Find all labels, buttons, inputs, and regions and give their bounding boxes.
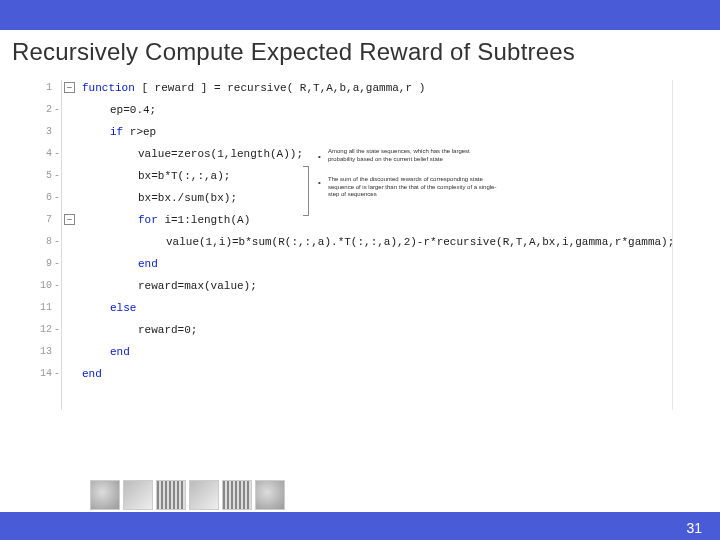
modified-line-marker: -	[54, 258, 60, 269]
line-number: 3	[28, 126, 52, 137]
code-line: value(1,i)=b*sum(R(:,:,a).*T(:,:,a),2)-r…	[166, 236, 674, 248]
code-screenshot: 12-34-5-6-78-9-10-1112-1314- − − functio…	[28, 80, 668, 410]
code-line: bx=b*T(:,:,a);	[138, 170, 230, 182]
keyword: for	[138, 214, 158, 226]
annotation-text: The sum of the discounted rewards of cor…	[328, 176, 498, 199]
keyword: else	[110, 302, 136, 314]
code-line: if r>ep	[110, 126, 156, 138]
line-number: 11	[28, 302, 52, 313]
keyword: function	[82, 82, 135, 94]
keyword: end	[138, 258, 158, 270]
brace-annotation-icon	[303, 166, 309, 216]
line-number: 1	[28, 82, 52, 93]
line-number: 6	[28, 192, 52, 203]
bullet-icon: •	[318, 178, 321, 187]
code-line: end	[110, 346, 130, 358]
line-number: 4	[28, 148, 52, 159]
keyword: end	[82, 368, 102, 380]
line-number: 8	[28, 236, 52, 247]
modified-line-marker: -	[54, 368, 60, 379]
keyword: end	[110, 346, 130, 358]
code-line: bx=bx./sum(bx);	[138, 192, 237, 204]
bullet-icon: •	[318, 152, 321, 161]
modified-line-marker: -	[54, 104, 60, 115]
line-number: 2	[28, 104, 52, 115]
code-area: function [ reward ] = recursive( R,T,A,b…	[82, 80, 668, 410]
line-number: 14	[28, 368, 52, 379]
code-line: ep=0.4;	[110, 104, 156, 116]
code-line: function [ reward ] = recursive( R,T,A,b…	[82, 82, 425, 94]
decorative-thumb	[123, 480, 153, 510]
page-number: 31	[686, 520, 702, 536]
decorative-strip	[0, 478, 720, 512]
code-line: end	[138, 258, 158, 270]
modified-line-marker: -	[54, 170, 60, 181]
fold-column: − −	[62, 80, 80, 410]
line-number-gutter: 12-34-5-6-78-9-10-1112-1314-	[28, 80, 62, 410]
slide-title: Recursively Compute Expected Reward of S…	[0, 30, 720, 78]
line-number: 10	[28, 280, 52, 291]
modified-line-marker: -	[54, 280, 60, 291]
modified-line-marker: -	[54, 148, 60, 159]
slide: Recursively Compute Expected Reward of S…	[0, 0, 720, 540]
decorative-thumb	[255, 480, 285, 510]
top-accent-bar	[0, 0, 720, 30]
decorative-thumb	[222, 480, 252, 510]
bottom-accent-bar: 31	[0, 512, 720, 540]
fold-icon: −	[64, 82, 75, 93]
modified-line-marker: -	[54, 324, 60, 335]
keyword: if	[110, 126, 123, 138]
code-line: for i=1:length(A)	[138, 214, 250, 226]
thumbnail-row	[90, 480, 285, 510]
modified-line-marker: -	[54, 192, 60, 203]
line-number: 12	[28, 324, 52, 335]
line-number: 9	[28, 258, 52, 269]
decorative-thumb	[90, 480, 120, 510]
fold-icon: −	[64, 214, 75, 225]
decorative-thumb	[156, 480, 186, 510]
line-number: 13	[28, 346, 52, 357]
code-line: value=zeros(1,length(A));	[138, 148, 303, 160]
line-number: 7	[28, 214, 52, 225]
code-line: reward=0;	[138, 324, 197, 336]
code-line: end	[82, 368, 102, 380]
line-number: 5	[28, 170, 52, 181]
decorative-thumb	[189, 480, 219, 510]
code-line: else	[110, 302, 136, 314]
code-line: reward=max(value);	[138, 280, 257, 292]
modified-line-marker: -	[54, 236, 60, 247]
annotation-text: Among all the state sequences, which has…	[328, 148, 498, 163]
